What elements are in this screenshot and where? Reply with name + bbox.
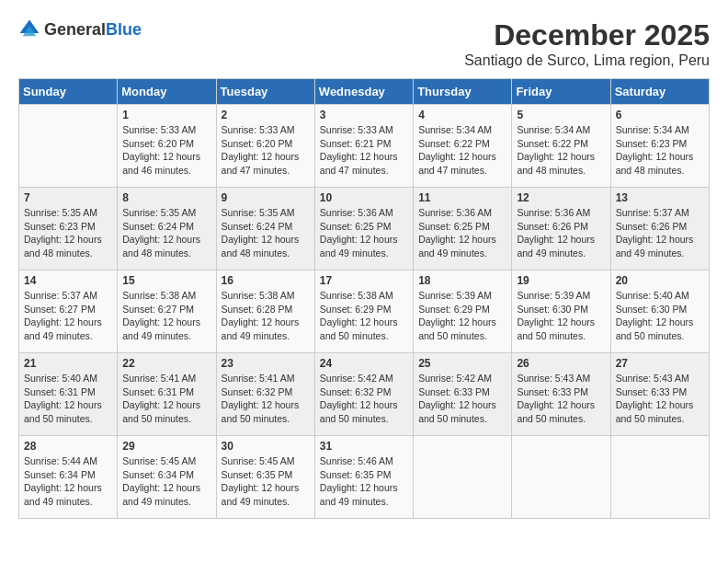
day-info: Sunrise: 5:33 AMSunset: 6:20 PMDaylight:…: [222, 123, 310, 178]
calendar-cell: 4Sunrise: 5:34 AMSunset: 6:22 PMDaylight…: [414, 105, 512, 188]
day-number: 25: [418, 357, 506, 370]
day-number: 4: [418, 109, 506, 121]
day-info: Sunrise: 5:33 AMSunset: 6:20 PMDaylight:…: [122, 123, 210, 178]
calendar-week-row: 28Sunrise: 5:44 AMSunset: 6:34 PMDayligh…: [19, 436, 710, 519]
calendar-cell: 29Sunrise: 5:45 AMSunset: 6:34 PMDayligh…: [118, 436, 216, 519]
calendar-cell: 25Sunrise: 5:42 AMSunset: 6:33 PMDayligh…: [414, 353, 512, 436]
calendar-cell: [19, 105, 118, 188]
day-info: Sunrise: 5:36 AMSunset: 6:25 PMDaylight:…: [320, 206, 408, 260]
calendar-cell: 3Sunrise: 5:33 AMSunset: 6:21 PMDaylight…: [314, 105, 413, 188]
day-info: Sunrise: 5:36 AMSunset: 6:26 PMDaylight:…: [517, 206, 605, 260]
weekday-header: Wednesday: [314, 79, 413, 105]
page-header: GeneralBlue December 2025 Santiago de Su…: [18, 18, 710, 69]
calendar-cell: 20Sunrise: 5:40 AMSunset: 6:30 PMDayligh…: [610, 270, 709, 353]
day-info: Sunrise: 5:46 AMSunset: 6:35 PMDaylight:…: [320, 454, 408, 509]
calendar-cell: 26Sunrise: 5:43 AMSunset: 6:33 PMDayligh…: [512, 353, 610, 436]
day-number: 10: [320, 191, 408, 204]
day-info: Sunrise: 5:38 AMSunset: 6:27 PMDaylight:…: [122, 289, 210, 343]
day-number: 8: [122, 191, 210, 204]
day-number: 28: [24, 440, 112, 453]
weekday-header: Saturday: [610, 79, 709, 105]
calendar-cell: 13Sunrise: 5:37 AMSunset: 6:26 PMDayligh…: [610, 188, 709, 270]
location-title: Santiago de Surco, Lima region, Peru: [464, 52, 710, 69]
calendar-cell: 11Sunrise: 5:36 AMSunset: 6:25 PMDayligh…: [414, 188, 512, 270]
day-number: 11: [418, 191, 506, 204]
day-number: 12: [517, 191, 605, 204]
day-info: Sunrise: 5:42 AMSunset: 6:32 PMDaylight:…: [320, 372, 408, 426]
day-info: Sunrise: 5:35 AMSunset: 6:24 PMDaylight:…: [222, 206, 310, 260]
day-info: Sunrise: 5:42 AMSunset: 6:33 PMDaylight:…: [418, 372, 506, 426]
day-info: Sunrise: 5:35 AMSunset: 6:23 PMDaylight:…: [24, 206, 112, 260]
day-info: Sunrise: 5:41 AMSunset: 6:32 PMDaylight:…: [222, 372, 310, 426]
day-info: Sunrise: 5:36 AMSunset: 6:25 PMDaylight:…: [418, 206, 506, 260]
title-block: December 2025 Santiago de Surco, Lima re…: [464, 18, 710, 69]
calendar-cell: 14Sunrise: 5:37 AMSunset: 6:27 PMDayligh…: [19, 270, 118, 353]
calendar-header: SundayMondayTuesdayWednesdayThursdayFrid…: [19, 79, 710, 105]
calendar-cell: 2Sunrise: 5:33 AMSunset: 6:20 PMDaylight…: [216, 105, 314, 188]
day-number: 23: [222, 357, 310, 370]
day-info: Sunrise: 5:45 AMSunset: 6:34 PMDaylight:…: [122, 454, 210, 509]
day-info: Sunrise: 5:41 AMSunset: 6:31 PMDaylight:…: [122, 372, 210, 426]
calendar-cell: 10Sunrise: 5:36 AMSunset: 6:25 PMDayligh…: [314, 188, 413, 270]
calendar-cell: 12Sunrise: 5:36 AMSunset: 6:26 PMDayligh…: [512, 188, 610, 270]
day-number: 30: [222, 440, 310, 453]
day-number: 24: [320, 357, 408, 370]
calendar-cell: 18Sunrise: 5:39 AMSunset: 6:29 PMDayligh…: [414, 270, 512, 353]
day-number: 18: [418, 274, 506, 287]
calendar-cell: [512, 436, 610, 519]
calendar-week-row: 21Sunrise: 5:40 AMSunset: 6:31 PMDayligh…: [19, 353, 710, 436]
day-info: Sunrise: 5:39 AMSunset: 6:29 PMDaylight:…: [418, 289, 506, 343]
calendar-cell: 23Sunrise: 5:41 AMSunset: 6:32 PMDayligh…: [216, 353, 314, 436]
day-info: Sunrise: 5:45 AMSunset: 6:35 PMDaylight:…: [222, 454, 310, 509]
calendar-cell: 24Sunrise: 5:42 AMSunset: 6:32 PMDayligh…: [314, 353, 413, 436]
day-info: Sunrise: 5:40 AMSunset: 6:30 PMDaylight:…: [616, 289, 704, 343]
day-info: Sunrise: 5:38 AMSunset: 6:28 PMDaylight:…: [222, 289, 310, 343]
day-number: 26: [517, 357, 605, 370]
day-number: 13: [616, 191, 704, 204]
day-info: Sunrise: 5:43 AMSunset: 6:33 PMDaylight:…: [616, 372, 704, 426]
calendar-cell: 19Sunrise: 5:39 AMSunset: 6:30 PMDayligh…: [512, 270, 610, 353]
day-info: Sunrise: 5:39 AMSunset: 6:30 PMDaylight:…: [517, 289, 605, 343]
logo: GeneralBlue: [18, 18, 142, 40]
day-number: 21: [24, 357, 112, 370]
calendar-body: 1Sunrise: 5:33 AMSunset: 6:20 PMDaylight…: [19, 105, 710, 519]
calendar-cell: 31Sunrise: 5:46 AMSunset: 6:35 PMDayligh…: [314, 436, 413, 519]
calendar-cell: [610, 436, 709, 519]
day-number: 16: [222, 274, 310, 287]
logo-general: General: [44, 20, 106, 39]
calendar-cell: 15Sunrise: 5:38 AMSunset: 6:27 PMDayligh…: [118, 270, 216, 353]
calendar-cell: 7Sunrise: 5:35 AMSunset: 6:23 PMDaylight…: [19, 188, 118, 270]
weekday-header: Sunday: [19, 79, 118, 105]
calendar-cell: 9Sunrise: 5:35 AMSunset: 6:24 PMDaylight…: [216, 188, 314, 270]
calendar-week-row: 1Sunrise: 5:33 AMSunset: 6:20 PMDaylight…: [19, 105, 710, 188]
weekday-header: Thursday: [414, 79, 512, 105]
day-number: 5: [517, 109, 605, 121]
day-number: 3: [320, 109, 408, 121]
weekday-header: Monday: [118, 79, 216, 105]
day-number: 6: [616, 109, 704, 121]
day-number: 29: [122, 440, 210, 453]
day-info: Sunrise: 5:34 AMSunset: 6:22 PMDaylight:…: [418, 123, 506, 178]
day-info: Sunrise: 5:34 AMSunset: 6:23 PMDaylight:…: [616, 123, 704, 178]
calendar-cell: 30Sunrise: 5:45 AMSunset: 6:35 PMDayligh…: [216, 436, 314, 519]
calendar-cell: 5Sunrise: 5:34 AMSunset: 6:22 PMDaylight…: [512, 105, 610, 188]
calendar-week-row: 14Sunrise: 5:37 AMSunset: 6:27 PMDayligh…: [19, 270, 710, 353]
day-number: 1: [122, 109, 210, 121]
day-info: Sunrise: 5:35 AMSunset: 6:24 PMDaylight:…: [122, 206, 210, 260]
day-info: Sunrise: 5:38 AMSunset: 6:29 PMDaylight:…: [320, 289, 408, 343]
day-number: 31: [320, 440, 408, 453]
day-number: 2: [222, 109, 310, 121]
logo-blue: Blue: [106, 20, 142, 39]
day-number: 20: [616, 274, 704, 287]
day-info: Sunrise: 5:40 AMSunset: 6:31 PMDaylight:…: [24, 372, 112, 426]
calendar-cell: 17Sunrise: 5:38 AMSunset: 6:29 PMDayligh…: [314, 270, 413, 353]
day-info: Sunrise: 5:43 AMSunset: 6:33 PMDaylight:…: [517, 372, 605, 426]
month-title: December 2025: [464, 18, 710, 52]
day-info: Sunrise: 5:37 AMSunset: 6:26 PMDaylight:…: [616, 206, 704, 260]
day-number: 17: [320, 274, 408, 287]
calendar-cell: [414, 436, 512, 519]
day-number: 14: [24, 274, 112, 287]
day-number: 7: [24, 191, 112, 204]
calendar-cell: 22Sunrise: 5:41 AMSunset: 6:31 PMDayligh…: [118, 353, 216, 436]
calendar-cell: 1Sunrise: 5:33 AMSunset: 6:20 PMDaylight…: [118, 105, 216, 188]
